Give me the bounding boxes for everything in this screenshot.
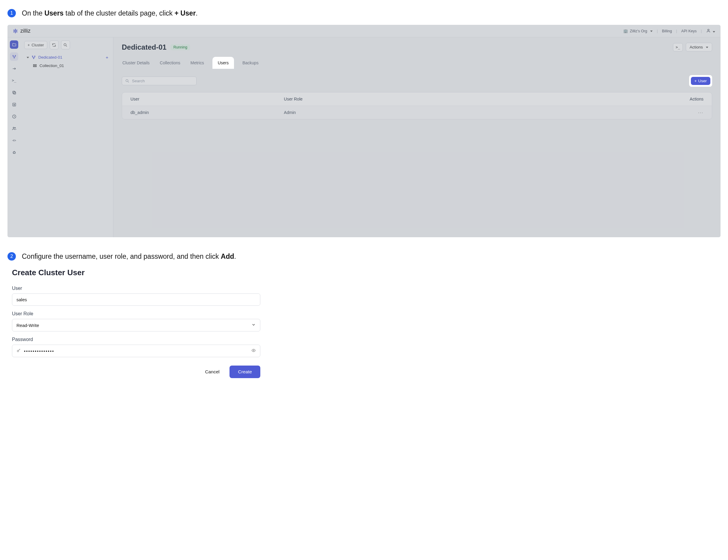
history-icon	[12, 114, 16, 119]
brand-logo[interactable]: ✻ zilliz	[13, 28, 31, 35]
rail-item-migrate[interactable]	[10, 64, 18, 73]
brand-name: zilliz	[20, 28, 31, 34]
cancel-button[interactable]: Cancel	[201, 366, 224, 378]
table-header: User User Role Actions	[122, 92, 712, 106]
password-input[interactable]: ••••••••••••••	[12, 345, 260, 357]
col-actions: Actions	[668, 97, 703, 101]
actions-dropdown[interactable]: Actions	[686, 43, 712, 51]
chevron-down-icon	[25, 55, 29, 60]
search-icon	[63, 43, 68, 47]
user-label: User	[12, 286, 260, 291]
chevron-down-icon	[705, 45, 708, 49]
search-icon	[125, 79, 130, 83]
rail-item-terminal[interactable]: >_	[10, 76, 18, 85]
tab-metrics[interactable]: Metrics	[190, 58, 205, 68]
svg-rect-15	[34, 65, 37, 66]
user-icon	[706, 28, 711, 33]
terminal-icon: >_	[12, 78, 16, 83]
terminal-icon: >_	[676, 45, 680, 49]
form-title: Create Cluster User	[12, 268, 716, 277]
pipeline-icon	[12, 54, 16, 59]
tab-collections[interactable]: Collections	[159, 58, 181, 68]
svg-point-13	[34, 56, 35, 57]
users-icon	[12, 126, 16, 131]
app-screenshot: ✻ zilliz 🏢 Zilliz's Org | Billing | API …	[7, 25, 721, 237]
plus-icon: +	[28, 43, 30, 47]
nav-rail: >_	[7, 37, 21, 237]
rail-item-pipeline[interactable]	[10, 52, 18, 61]
role-label: User Role	[12, 311, 260, 316]
add-collection-icon[interactable]: +	[106, 55, 108, 60]
rail-item-history[interactable]	[10, 112, 18, 121]
rail-item-clusters[interactable]	[10, 40, 18, 49]
role-select[interactable]: Read-Write	[12, 319, 260, 331]
rail-item-sync[interactable]	[10, 136, 18, 144]
row-actions-menu[interactable]: ···	[668, 110, 703, 115]
zilliz-logo-icon: ✻	[13, 28, 18, 35]
refresh-icon	[52, 43, 56, 47]
user-input[interactable]: sales	[12, 293, 260, 306]
create-user-form: Create Cluster User User sales User Role…	[7, 268, 721, 378]
svg-point-19	[253, 350, 254, 351]
step-2-text: Configure the username, user role, and p…	[22, 252, 236, 261]
svg-point-9	[15, 127, 16, 128]
rail-item-import[interactable]	[10, 100, 18, 109]
svg-point-8	[13, 127, 14, 128]
key-icon	[16, 348, 21, 354]
open-terminal-button[interactable]: >_	[673, 43, 683, 51]
search-placeholder: Search	[132, 79, 145, 83]
refresh-button[interactable]	[50, 40, 59, 49]
eye-icon	[251, 348, 256, 353]
folder-icon	[12, 42, 16, 47]
col-user: User	[130, 97, 284, 101]
cluster-tabs: Cluster Details Collections Metrics User…	[122, 58, 712, 68]
rail-item-debug[interactable]	[10, 148, 18, 156]
toggle-password-visibility[interactable]	[251, 348, 256, 354]
tree-search-button[interactable]	[61, 40, 70, 49]
chevron-down-icon	[712, 30, 715, 34]
page-title: Dedicated-01	[122, 43, 166, 51]
cluster-icon	[31, 55, 36, 60]
chevron-down-icon	[649, 29, 653, 33]
svg-point-0	[708, 29, 709, 31]
import-icon	[12, 102, 16, 107]
col-role: User Role	[284, 97, 668, 101]
add-user-button[interactable]: + User	[691, 77, 710, 85]
tree-collection-node[interactable]: Collection_01	[24, 62, 110, 70]
svg-rect-4	[13, 92, 16, 94]
nav-billing[interactable]: Billing	[662, 29, 672, 33]
chevron-down-icon	[251, 322, 256, 328]
users-table: User User Role Actions db_admin Admin ··…	[122, 92, 712, 119]
create-button[interactable]: Create	[230, 366, 260, 378]
svg-point-2	[15, 55, 16, 56]
collection-icon	[33, 63, 37, 68]
svg-point-1	[13, 55, 13, 56]
org-switcher[interactable]: 🏢 Zilliz's Org	[623, 29, 653, 33]
user-menu[interactable]	[706, 28, 715, 34]
org-icon: 🏢	[623, 29, 628, 33]
step-1-text: On the Users tab of the cluster details …	[22, 9, 198, 17]
tab-users[interactable]: Users	[214, 58, 233, 68]
svg-point-12	[32, 56, 33, 57]
tab-backups[interactable]: Backups	[242, 58, 259, 68]
rail-item-copy[interactable]	[10, 88, 18, 97]
tree-cluster-node[interactable]: Dedicated-01 +	[24, 53, 110, 62]
add-cluster-button[interactable]: + Cluster	[24, 41, 47, 49]
rail-item-users[interactable]	[10, 124, 18, 133]
svg-point-17	[126, 80, 128, 82]
tab-cluster-details[interactable]: Cluster Details	[122, 58, 150, 68]
nav-apikeys[interactable]: API Keys	[681, 29, 697, 33]
cluster-tree-panel: + Cluster Dedicated-01 + Collection_01	[21, 37, 113, 237]
step-1-heading: 1 On the Users tab of the cluster detail…	[7, 9, 721, 17]
svg-point-18	[17, 350, 19, 352]
svg-rect-16	[34, 66, 37, 67]
users-search-input[interactable]: Search	[122, 77, 197, 85]
step-2-badge: 2	[7, 252, 16, 261]
svg-rect-5	[13, 91, 15, 93]
password-label: Password	[12, 337, 260, 342]
svg-point-14	[33, 58, 34, 59]
status-badge: Running	[171, 44, 190, 50]
copy-icon	[12, 90, 16, 95]
arrow-forward-icon	[12, 66, 16, 71]
main-content: Dedicated-01 Running >_ Actions Cluster …	[113, 37, 721, 237]
